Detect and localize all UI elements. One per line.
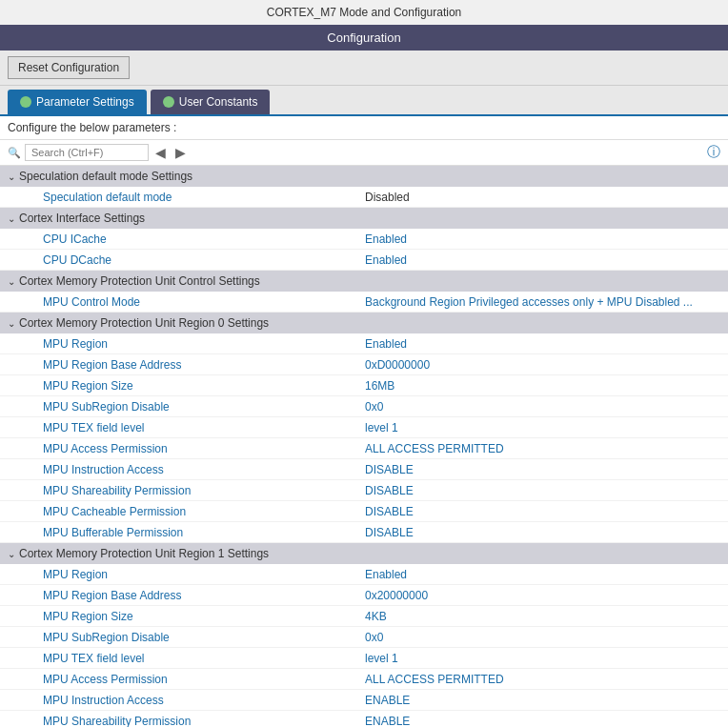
tab-label-user-constants: User Constants (179, 95, 258, 109)
table-row: MPU Instruction AccessDISABLE (0, 459, 728, 480)
param-name[interactable]: CPU DCache (0, 251, 357, 270)
section-header-cortex_mpu_region1[interactable]: ⌄ Cortex Memory Protection Unit Region 1… (0, 543, 728, 564)
param-name[interactable]: MPU TEX field level (0, 649, 357, 668)
configure-label: Configure the below parameters : (0, 116, 728, 140)
section-title: Cortex Interface Settings (19, 212, 145, 225)
table-row: MPU Region Base Address0xD0000000 (0, 354, 728, 375)
table-row: MPU Bufferable PermissionDISABLE (0, 522, 728, 543)
table-row: MPU Instruction AccessENABLE (0, 690, 728, 711)
section-header-cortex_interface[interactable]: ⌄ Cortex Interface Settings (0, 208, 728, 229)
chevron-icon: ⌄ (8, 172, 15, 182)
param-value: 4KB (357, 607, 728, 626)
toolbar: Reset Configuration (0, 50, 728, 86)
param-value: Enabled (357, 565, 728, 584)
param-value: Enabled (357, 230, 728, 249)
param-value: ALL ACCESS PERMITTED (357, 439, 728, 458)
table-row: MPU Region Size4KB (0, 606, 728, 627)
reset-configuration-button[interactable]: Reset Configuration (8, 56, 130, 79)
table-row: Speculation default modeDisabled (0, 187, 728, 208)
window-title: CORTEX_M7 Mode and Configuration (267, 6, 462, 19)
chevron-icon: ⌄ (8, 318, 15, 329)
param-value: 0x0 (357, 628, 728, 647)
param-value: 0x20000000 (357, 586, 728, 605)
table-row: MPU Cacheable PermissionDISABLE (0, 501, 728, 522)
table-row: MPU Shareability PermissionDISABLE (0, 480, 728, 501)
section-title: Cortex Memory Protection Unit Control Se… (19, 274, 260, 288)
search-bar: 🔍 ◀ ▶ ⓘ (0, 140, 728, 166)
chevron-icon: ⌄ (8, 549, 15, 559)
chevron-icon: ⌄ (8, 276, 15, 287)
param-name[interactable]: MPU SubRegion Disable (0, 628, 357, 647)
param-name[interactable]: MPU Instruction Access (0, 691, 357, 710)
param-value: DISABLE (357, 523, 728, 542)
section-title: Cortex Memory Protection Unit Region 1 S… (19, 547, 269, 560)
tab-label-parameter: Parameter Settings (36, 95, 134, 109)
param-value: 0xD0000000 (357, 355, 728, 374)
param-value: Background Region Privileged accesses on… (357, 293, 728, 312)
tab-user-constants[interactable]: User Constants (151, 90, 271, 114)
table-row: MPU SubRegion Disable0x0 (0, 627, 728, 648)
param-name[interactable]: MPU Bufferable Permission (0, 523, 357, 542)
param-value: level 1 (357, 418, 728, 437)
table-row: MPU TEX field levellevel 1 (0, 417, 728, 438)
param-name[interactable]: MPU TEX field level (0, 418, 357, 437)
section-header-cortex_mpu_region0[interactable]: ⌄ Cortex Memory Protection Unit Region 0… (0, 313, 728, 333)
tabs-bar: Parameter Settings User Constants (0, 86, 728, 116)
param-name[interactable]: MPU Region Size (0, 607, 357, 626)
param-name[interactable]: Speculation default mode (0, 188, 357, 207)
info-icon[interactable]: ⓘ (707, 144, 720, 161)
param-name[interactable]: MPU Access Permission (0, 670, 357, 689)
param-value: DISABLE (357, 460, 728, 479)
title-bar: CORTEX_M7 Mode and Configuration (0, 0, 728, 25)
search-prev-button[interactable]: ◀ (152, 145, 169, 160)
params-container: ⌄ Speculation default mode SettingsSpecu… (0, 166, 728, 727)
tab-parameter-settings[interactable]: Parameter Settings (8, 90, 147, 114)
param-name[interactable]: MPU Shareability Permission (0, 712, 357, 728)
table-row: MPU RegionEnabled (0, 564, 728, 585)
param-name[interactable]: MPU Region Base Address (0, 355, 357, 374)
param-value: 16MB (357, 376, 728, 395)
param-name[interactable]: MPU Control Mode (0, 293, 357, 312)
param-value: ALL ACCESS PERMITTED (357, 670, 728, 689)
table-row: MPU TEX field levellevel 1 (0, 648, 728, 669)
param-value: level 1 (357, 649, 728, 668)
param-name[interactable]: MPU Shareability Permission (0, 481, 357, 500)
table-row: CPU DCacheEnabled (0, 250, 728, 271)
section-title: Speculation default mode Settings (19, 170, 192, 183)
search-input[interactable] (25, 144, 149, 161)
table-row: MPU Region Size16MB (0, 375, 728, 396)
param-name[interactable]: MPU Access Permission (0, 439, 357, 458)
table-row: MPU Access PermissionALL ACCESS PERMITTE… (0, 669, 728, 690)
search-next-button[interactable]: ▶ (172, 145, 189, 160)
section-header-speculation[interactable]: ⌄ Speculation default mode Settings (0, 166, 728, 187)
param-value: DISABLE (357, 481, 728, 500)
tab-icon-parameter (20, 96, 31, 108)
param-name[interactable]: MPU Region (0, 334, 357, 353)
param-name[interactable]: CPU ICache (0, 230, 357, 249)
table-row: MPU RegionEnabled (0, 333, 728, 354)
param-name[interactable]: MPU Cacheable Permission (0, 502, 357, 521)
param-value: Enabled (357, 334, 728, 353)
table-row: MPU Control ModeBackground Region Privil… (0, 292, 728, 313)
chevron-icon: ⌄ (8, 213, 15, 224)
param-name[interactable]: MPU Region (0, 565, 357, 584)
param-name[interactable]: MPU Region Size (0, 376, 357, 395)
param-value: 0x0 (357, 397, 728, 416)
param-name[interactable]: MPU Instruction Access (0, 460, 357, 479)
table-row: MPU Region Base Address0x20000000 (0, 585, 728, 606)
param-value: Enabled (357, 251, 728, 270)
param-value: ENABLE (357, 691, 728, 710)
section-title: Cortex Memory Protection Unit Region 0 S… (19, 316, 269, 330)
search-icon: 🔍 (8, 147, 21, 159)
table-row: MPU Access PermissionALL ACCESS PERMITTE… (0, 438, 728, 459)
table-row: MPU SubRegion Disable0x0 (0, 396, 728, 417)
table-row: CPU ICacheEnabled (0, 229, 728, 250)
param-value: ENABLE (357, 712, 728, 728)
section-header-cortex_mpu_control[interactable]: ⌄ Cortex Memory Protection Unit Control … (0, 271, 728, 292)
param-name[interactable]: MPU SubRegion Disable (0, 397, 357, 416)
param-value: Disabled (357, 188, 728, 207)
config-header: Configuration (0, 25, 728, 50)
param-name[interactable]: MPU Region Base Address (0, 586, 357, 605)
tab-icon-user-constants (163, 96, 174, 108)
table-row: MPU Shareability PermissionENABLE (0, 711, 728, 727)
